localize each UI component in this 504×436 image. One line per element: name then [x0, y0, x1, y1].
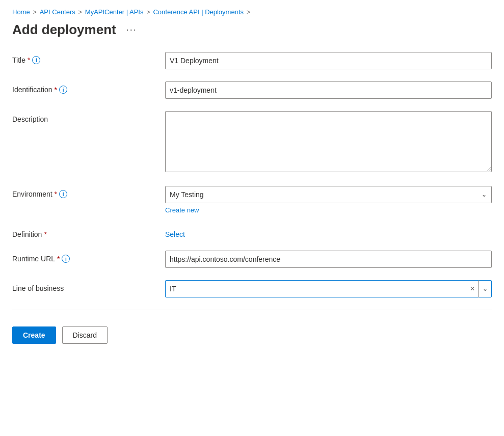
close-icon: ✕: [470, 285, 475, 292]
title-required: *: [28, 56, 30, 64]
line-of-business-dropdown-button[interactable]: ⌄: [478, 280, 492, 297]
runtime-url-control-col: [165, 251, 492, 268]
identification-control-col: [165, 81, 492, 99]
combobox-actions: ✕ ⌄: [467, 280, 492, 297]
title-input[interactable]: [165, 52, 492, 69]
definition-label-col: Definition *: [12, 226, 155, 238]
runtime-url-label: Runtime URL * i: [12, 255, 155, 263]
page-header: Add deployment ···: [12, 22, 492, 38]
runtime-url-required: *: [57, 255, 60, 263]
environment-select[interactable]: My Testing: [165, 186, 492, 203]
line-of-business-combobox-wrapper: IT ✕ ⌄: [165, 280, 492, 297]
line-of-business-combobox[interactable]: IT: [165, 280, 492, 297]
identification-label-col: Identification * i: [12, 81, 155, 94]
create-new-link[interactable]: Create new: [165, 206, 199, 214]
discard-button[interactable]: Discard: [62, 326, 108, 344]
environment-row: Environment * i My Testing ⌄ Create new: [12, 186, 492, 214]
identification-required: *: [55, 86, 57, 94]
create-button[interactable]: Create: [12, 326, 56, 344]
identification-info-icon[interactable]: i: [59, 86, 67, 94]
title-row: Title * i: [12, 52, 492, 69]
identification-label: Identification * i: [12, 86, 155, 94]
description-label: Description: [12, 115, 155, 123]
description-textarea[interactable]: [165, 111, 492, 172]
page-title: Add deployment: [12, 22, 116, 38]
breadcrumb-conference-api[interactable]: Conference API | Deployments: [153, 8, 244, 16]
line-of-business-label: Line of business: [12, 284, 155, 292]
definition-control-col: Select: [165, 226, 492, 238]
environment-info-icon[interactable]: i: [59, 190, 67, 198]
runtime-url-row: Runtime URL * i: [12, 251, 492, 268]
breadcrumb-api-centers[interactable]: API Centers: [40, 8, 75, 16]
definition-label: Definition *: [12, 230, 155, 238]
chevron-down-icon: ⌄: [483, 285, 488, 292]
line-of-business-row: Line of business IT ✕ ⌄: [12, 280, 492, 297]
title-info-icon[interactable]: i: [32, 56, 40, 64]
definition-required: *: [44, 230, 46, 238]
description-control-col: [165, 111, 492, 174]
breadcrumb: Home > API Centers > MyAPICenter | APIs …: [12, 8, 492, 16]
breadcrumb-home[interactable]: Home: [12, 8, 30, 16]
breadcrumb-separator-2: >: [78, 9, 82, 16]
title-label-col: Title * i: [12, 52, 155, 64]
form-container: Title * i Identification * i: [12, 52, 492, 297]
runtime-url-label-col: Runtime URL * i: [12, 251, 155, 263]
identification-input[interactable]: [165, 81, 492, 99]
runtime-url-info-icon[interactable]: i: [62, 255, 70, 263]
description-row: Description: [12, 111, 492, 174]
breadcrumb-separator-1: >: [33, 9, 37, 16]
line-of-business-clear-button[interactable]: ✕: [467, 280, 478, 297]
environment-label: Environment * i: [12, 190, 155, 198]
environment-control-col: My Testing ⌄ Create new: [165, 186, 492, 214]
ellipsis-menu-button[interactable]: ···: [122, 22, 141, 37]
breadcrumb-my-api-center[interactable]: MyAPICenter | APIs: [85, 8, 144, 16]
runtime-url-input[interactable]: [165, 251, 492, 268]
line-of-business-control-col: IT ✕ ⌄: [165, 280, 492, 297]
environment-label-col: Environment * i: [12, 186, 155, 198]
definition-select-link[interactable]: Select: [165, 226, 185, 238]
identification-row: Identification * i: [12, 81, 492, 99]
definition-row: Definition * Select: [12, 226, 492, 238]
title-control-col: [165, 52, 492, 69]
footer-actions: Create Discard: [12, 322, 492, 344]
line-of-business-label-col: Line of business: [12, 280, 155, 292]
breadcrumb-separator-4: >: [247, 9, 250, 16]
breadcrumb-separator-3: >: [146, 9, 150, 16]
description-label-col: Description: [12, 111, 155, 123]
footer-divider: [12, 310, 492, 310]
environment-required: *: [55, 190, 57, 198]
environment-select-wrapper: My Testing ⌄: [165, 186, 492, 203]
title-label: Title * i: [12, 56, 155, 64]
